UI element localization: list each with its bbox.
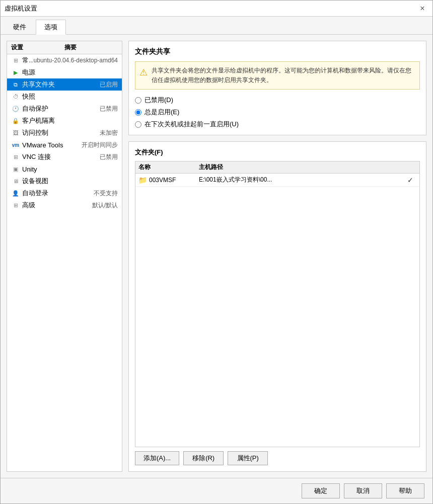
item-name-access-control: 访问控制 xyxy=(22,128,100,137)
col-header-name: 名称 xyxy=(138,163,199,172)
folder-name-text: 003VMSF xyxy=(149,177,176,184)
dialog: 虚拟机设置 × 硬件 选项 设置 摘要 ⊞ 常规 ubuntu-20.04.6-… xyxy=(0,0,433,504)
folder-table: 名称 主机路径 📁 003VMSF E:\001嵌入式学习资料\00... ✓ xyxy=(135,161,420,447)
item-name-shared-folders: 共享文件夹 xyxy=(22,80,100,89)
header-summary: 摘要 xyxy=(64,43,118,52)
item-summary-general: ubuntu-20.04.6-desktop-amd64 xyxy=(34,57,118,64)
item-name-vnc: VNC 连接 xyxy=(22,152,100,161)
sidebar-item-advanced[interactable]: ⊞ 高级 默认/默认 xyxy=(7,199,122,211)
radio-always-enabled-input[interactable] xyxy=(135,109,141,116)
title-bar: 虚拟机设置 × xyxy=(1,1,432,17)
general-icon: ⊞ xyxy=(11,56,20,65)
tab-options[interactable]: 选项 xyxy=(36,20,66,35)
item-name-device-view: 设备视图 xyxy=(22,177,118,186)
sidebar-item-device-view[interactable]: 🖥 设备视图 xyxy=(7,175,122,187)
help-button[interactable]: 帮助 xyxy=(386,483,424,498)
sidebar-item-unity[interactable]: ▣ Unity xyxy=(7,163,122,175)
item-name-auto-protect: 自动保护 xyxy=(22,104,100,113)
auto-login-icon: 👤 xyxy=(11,189,20,198)
shared-folders-icon: ⧉ xyxy=(11,80,20,89)
bottom-bar: 确定 取消 帮助 xyxy=(1,478,432,503)
warning-box: ⚠ 共享文件夹会将您的文件显示给虚拟机中的程序。这可能为您的计算机和数据带来风险… xyxy=(135,61,420,90)
item-summary-auto-protect: 已禁用 xyxy=(100,105,118,113)
sidebar-item-general[interactable]: ⊞ 常规 ubuntu-20.04.6-desktop-amd64 xyxy=(7,54,122,66)
radio-always-enabled-label: 总是启用(E) xyxy=(145,108,179,117)
device-view-icon: 🖥 xyxy=(11,177,20,186)
sidebar-item-vnc[interactable]: ⊞ VNC 连接 已禁用 xyxy=(7,151,122,163)
item-summary-vmware-tools: 开启时间同步 xyxy=(82,141,118,149)
remove-button[interactable]: 移除(R) xyxy=(183,451,224,465)
left-panel: 设置 摘要 ⊞ 常规 ubuntu-20.04.6-desktop-amd64 … xyxy=(7,41,122,472)
sidebar-item-shared-folders[interactable]: ⧉ 共享文件夹 已启用 xyxy=(7,78,122,91)
advanced-icon: ⊞ xyxy=(11,201,20,210)
radio-disabled-input[interactable] xyxy=(135,97,141,104)
folder-buttons: 添加(A)... 移除(R) 属性(P) xyxy=(135,451,420,465)
power-icon: ▶ xyxy=(11,68,20,77)
dialog-title: 虚拟机设置 xyxy=(5,4,37,13)
vnc-icon: ⊞ xyxy=(11,152,20,161)
warning-icon: ⚠ xyxy=(139,67,148,78)
sidebar-item-snapshots[interactable]: ⏱ 快照 xyxy=(7,91,122,103)
tab-hardware[interactable]: 硬件 xyxy=(5,20,35,34)
unity-icon: ▣ xyxy=(11,164,20,174)
folder-row-check: ✓ xyxy=(404,176,416,184)
tabs-bar: 硬件 选项 xyxy=(1,17,432,35)
item-summary-shared-folders: 已启用 xyxy=(100,80,118,89)
radio-disabled[interactable]: 已禁用(D) xyxy=(135,96,420,105)
shared-folder-section: 文件夹共享 ⚠ 共享文件夹会将您的文件显示给虚拟机中的程序。这可能为您的计算机和… xyxy=(128,41,426,135)
item-name-vmware-tools: VMware Tools xyxy=(22,141,82,149)
radio-always-enabled[interactable]: 总是启用(E) xyxy=(135,108,420,117)
content-area: 设置 摘要 ⊞ 常规 ubuntu-20.04.6-desktop-amd64 … xyxy=(1,35,432,478)
auto-protect-icon: 🕐 xyxy=(11,104,20,113)
radio-group: 已禁用(D) 总是启用(E) 在下次关机或挂起前一直启用(U) xyxy=(135,96,420,129)
shared-folder-title: 文件夹共享 xyxy=(135,47,420,56)
item-summary-advanced: 默认/默认 xyxy=(92,201,118,210)
close-button[interactable]: × xyxy=(416,3,428,15)
folder-section-title: 文件夹(F) xyxy=(135,148,420,157)
radio-disabled-label: 已禁用(D) xyxy=(145,96,173,105)
properties-button[interactable]: 属性(P) xyxy=(228,451,268,465)
item-summary-access-control: 未加密 xyxy=(100,129,118,137)
item-summary-auto-login: 不受支持 xyxy=(94,189,118,198)
sidebar-item-auto-protect[interactable]: 🕐 自动保护 已禁用 xyxy=(7,103,122,115)
header-setting: 设置 xyxy=(11,43,64,52)
add-button[interactable]: 添加(A)... xyxy=(135,451,179,465)
radio-until-poweroff-label: 在下次关机或挂起前一直启用(U) xyxy=(145,120,239,129)
sidebar-item-access-control[interactable]: 🖼 访问控制 未加密 xyxy=(7,127,122,139)
ok-button[interactable]: 确定 xyxy=(302,483,340,498)
cancel-button[interactable]: 取消 xyxy=(344,483,382,498)
folder-section: 文件夹(F) 名称 主机路径 📁 003VMSF E:\001嵌入式学习资料\0… xyxy=(128,141,426,472)
item-name-power: 电源 xyxy=(22,68,118,77)
item-summary-vnc: 已禁用 xyxy=(100,153,118,161)
snapshots-icon: ⏱ xyxy=(11,92,20,101)
item-name-snapshots: 快照 xyxy=(22,92,118,101)
sidebar-item-guest-isolation[interactable]: 🔒 客户机隔离 xyxy=(7,115,122,127)
folder-table-body: 📁 003VMSF E:\001嵌入式学习资料\00... ✓ xyxy=(135,174,419,447)
folder-row-name: 📁 003VMSF xyxy=(138,176,199,184)
item-name-guest-isolation: 客户机隔离 xyxy=(22,116,118,125)
sidebar-item-vmware-tools[interactable]: vm VMware Tools 开启时间同步 xyxy=(7,139,122,151)
item-name-auto-login: 自动登录 xyxy=(22,189,94,198)
radio-until-poweroff-input[interactable] xyxy=(135,121,141,128)
item-name-unity: Unity xyxy=(22,165,118,173)
warning-text: 共享文件夹会将您的文件显示给虚拟机中的程序。这可能为您的计算机和数据带来风险。请… xyxy=(152,66,415,85)
col-header-path: 主机路径 xyxy=(199,163,416,172)
sidebar-item-power[interactable]: ▶ 电源 xyxy=(7,66,122,78)
guest-isolation-icon: 🔒 xyxy=(11,116,20,125)
item-name-advanced: 高级 xyxy=(22,201,92,210)
panel-header: 设置 摘要 xyxy=(7,41,122,54)
folder-table-header: 名称 主机路径 xyxy=(135,161,419,174)
sidebar-item-auto-login[interactable]: 👤 自动登录 不受支持 xyxy=(7,187,122,199)
item-name-general: 常规 xyxy=(22,56,34,65)
folder-icon: 📁 xyxy=(138,176,147,184)
radio-until-poweroff[interactable]: 在下次关机或挂起前一直启用(U) xyxy=(135,120,420,129)
right-panel: 文件夹共享 ⚠ 共享文件夹会将您的文件显示给虚拟机中的程序。这可能为您的计算机和… xyxy=(128,41,426,472)
folder-row-path: E:\001嵌入式学习资料\00... xyxy=(199,176,404,184)
table-row[interactable]: 📁 003VMSF E:\001嵌入式学习资料\00... ✓ xyxy=(135,174,419,187)
access-control-icon: 🖼 xyxy=(11,128,20,137)
vmware-tools-icon: vm xyxy=(11,140,20,149)
